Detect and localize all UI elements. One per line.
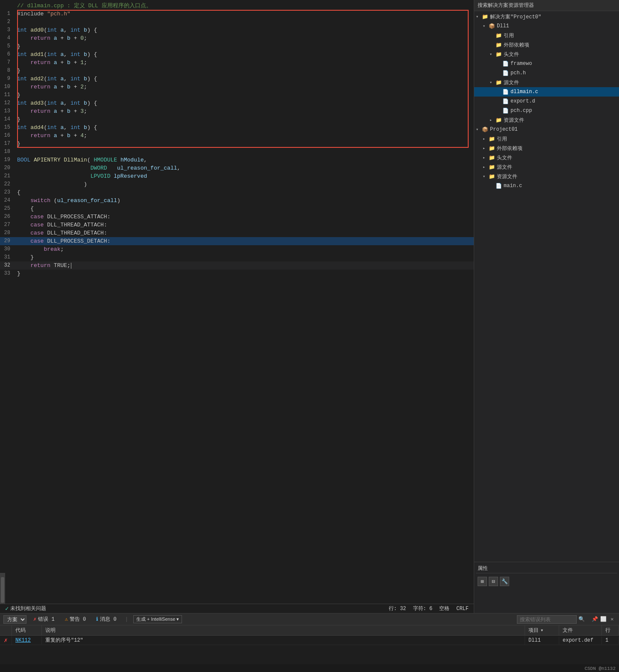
tree-node-icon: 📁 — [489, 145, 495, 152]
tree-node-label: framewo — [510, 61, 532, 67]
tree-item-18[interactable]: 📄main.c — [474, 181, 619, 191]
table-row: 3 int add0(int a, int b) { — [0, 26, 474, 34]
tree-node-icon: 📄 — [496, 183, 502, 189]
col-header-desc[interactable]: 说明 — [42, 625, 525, 635]
table-row: 25 { — [0, 205, 474, 213]
char-status: 字符: 6 — [413, 605, 433, 612]
tree-item-17[interactable]: ▾📁资源文件 — [474, 172, 619, 181]
tree-item-14[interactable]: ▸📁外部依赖项 — [474, 144, 619, 153]
error-list-item[interactable]: ✗ NK112 重复的序号"12" Dll1 export.def 1 — [0, 636, 619, 645]
table-row: 1 #include "pch.h" — [0, 10, 474, 18]
tree-item-4[interactable]: ▾📁头文件 — [474, 50, 619, 59]
table-row: 8 } — [0, 67, 474, 75]
error-search-area: 🔍 — [517, 615, 585, 624]
tree-node-label: Project01 — [490, 126, 518, 132]
errors-filter-button[interactable]: ✗ 错误 1 — [30, 615, 58, 624]
info-icon: ℹ — [96, 616, 98, 622]
error-search-input[interactable] — [517, 615, 577, 624]
tree-node-label: 解决方案"Project0" — [490, 13, 541, 21]
error-desc-cell: 重复的序号"12" — [42, 636, 525, 645]
warning-icon: ⚠ — [65, 616, 68, 622]
editor-scrollbar[interactable] — [0, 573, 5, 604]
tree-item-1[interactable]: ▾📦Dll1 — [474, 21, 619, 31]
tree-item-0[interactable]: ▾📁解决方案"Project0" — [474, 12, 619, 21]
tree-item-6[interactable]: 📄pch.h — [474, 68, 619, 78]
table-row: 27 case DLL_THREAD_ATTACH: — [0, 221, 474, 229]
col-header-project[interactable]: 项目 ▾ — [525, 625, 559, 635]
table-row: 5 } — [0, 42, 474, 50]
tree-node-icon: 📦 — [482, 126, 488, 133]
scrollbar-thumb[interactable] — [1, 577, 4, 603]
table-row: 30 break; — [0, 245, 474, 253]
col-header-code[interactable]: 代码 — [12, 625, 42, 635]
warnings-filter-button[interactable]: ⚠ 警告 0 — [62, 615, 90, 624]
tree-item-11[interactable]: ▸📁资源文件 — [474, 115, 619, 125]
tree-expand-icon: ▾ — [490, 80, 495, 85]
tree-item-13[interactable]: ▸📁引用 — [474, 134, 619, 144]
properties-panel: 属性 ⊞ ⊟ 🔧 — [474, 562, 619, 613]
editor-status-bar: ✓ 未找到相关问题 行: 32 字符: 6 空格 CRLF — [0, 604, 474, 613]
tree-node-label: 引用 — [497, 135, 507, 143]
error-project-cell: Dll1 — [525, 637, 559, 644]
table-row: 31 } — [0, 253, 474, 261]
tree-node-label: 源文件 — [497, 164, 512, 171]
tree-node-label: 外部依赖项 — [504, 41, 529, 49]
tree-node-icon: 📁 — [496, 42, 502, 48]
tree-item-9[interactable]: 📄export.d — [474, 97, 619, 106]
tree-item-3[interactable]: 📁外部依赖项 — [474, 40, 619, 50]
table-row: 29 case DLL_PROCESS_DETACH: — [0, 237, 474, 245]
tree-expand-icon: ▸ — [490, 117, 495, 123]
table-row: 16 return a + b + 4; — [0, 132, 474, 140]
table-row: 10 return a + b + 2; — [0, 83, 474, 91]
col-header-line[interactable]: 行 — [602, 625, 619, 635]
code-content[interactable]: // dllmain.cpp : 定义 DLL 应用程序的入口点。 1 #inc… — [0, 0, 474, 573]
prop-icon-3[interactable]: 🔧 — [500, 577, 509, 586]
table-row: 15 int add4(int a, int b) { — [0, 123, 474, 132]
prop-icon-1[interactable]: ⊞ — [478, 577, 487, 586]
build-intellisense-filter[interactable]: 生成 + IntelliSense ▾ — [133, 615, 182, 623]
tree-item-16[interactable]: ▸📁源文件 — [474, 162, 619, 172]
error-code-link[interactable]: NK112 — [15, 637, 31, 643]
red-box-region: 1 #include "pch.h" 2 3 int add0(int a, i… — [0, 10, 474, 148]
table-row: 18 — [0, 148, 474, 156]
close-panel-button[interactable]: ✕ — [609, 616, 616, 623]
main-area: // dllmain.cpp : 定义 DLL 应用程序的入口点。 1 #inc… — [0, 0, 619, 613]
table-row: 11 } — [0, 91, 474, 99]
warnings-count-label: 警告 0 — [70, 616, 86, 623]
tree-item-5[interactable]: 📄framewo — [474, 59, 619, 68]
tree-node-icon: 📄 — [502, 61, 509, 67]
tree-node-icon: 📁 — [489, 155, 495, 161]
error-icon: ✗ — [33, 616, 36, 622]
error-list-panel: 方案 ✗ 错误 1 ⚠ 警告 0 ℹ 消息 0 | 生成 + IntelliSe… — [0, 613, 619, 664]
ok-check-icon: ✓ — [5, 605, 9, 612]
solution-explorer-tree[interactable]: ▾📁解决方案"Project0"▾📦Dll1📁引用📁外部依赖项▾📁头文件📄fra… — [474, 11, 619, 562]
space-status: 空格 — [439, 605, 449, 612]
tree-item-2[interactable]: 📁引用 — [474, 31, 619, 40]
error-file-cell: export.def — [559, 637, 602, 644]
tree-node-label: 资源文件 — [504, 117, 524, 124]
float-button[interactable]: ⬜ — [600, 616, 607, 623]
tree-item-8[interactable]: 📄dllmain.c — [474, 87, 619, 97]
tree-node-label: pch.cpp — [510, 108, 532, 114]
tree-item-10[interactable]: 📄pch.cpp — [474, 106, 619, 115]
panel-controls: 方案 ✗ 错误 1 ⚠ 警告 0 ℹ 消息 0 | 生成 + IntelliSe… — [3, 615, 182, 624]
error-list-columns: 代码 说明 项目 ▾ 文件 行 — [0, 625, 619, 636]
tree-node-icon: 📁 — [496, 51, 502, 58]
info-filter-button[interactable]: ℹ 消息 0 — [93, 615, 120, 624]
tree-node-icon: 📁 — [496, 32, 502, 39]
sidebar: 搜索解决方案资源管理器 ▾📁解决方案"Project0"▾📦Dll1📁引用📁外部… — [474, 0, 619, 613]
tree-item-12[interactable]: ▾📦Project01 — [474, 125, 619, 134]
tree-item-7[interactable]: ▾📁源文件 — [474, 78, 619, 87]
table-row: 13 return a + b + 3; — [0, 107, 474, 115]
pin-button[interactable]: 📌 — [592, 616, 598, 623]
editor-area: // dllmain.cpp : 定义 DLL 应用程序的入口点。 1 #inc… — [0, 0, 474, 613]
col-header-file[interactable]: 文件 — [559, 625, 602, 635]
prop-icon-2[interactable]: ⊟ — [489, 577, 498, 586]
solution-explorer-title: 搜索解决方案资源管理器 — [478, 3, 534, 9]
scope-dropdown[interactable]: 方案 — [3, 615, 26, 624]
tree-node-label: 头文件 — [504, 51, 519, 58]
error-code-cell: NK112 — [12, 637, 42, 644]
tree-item-15[interactable]: ▸📁头文件 — [474, 153, 619, 162]
properties-icons: ⊞ ⊟ 🔧 — [476, 575, 617, 588]
tree-expand-icon: ▾ — [483, 174, 488, 179]
